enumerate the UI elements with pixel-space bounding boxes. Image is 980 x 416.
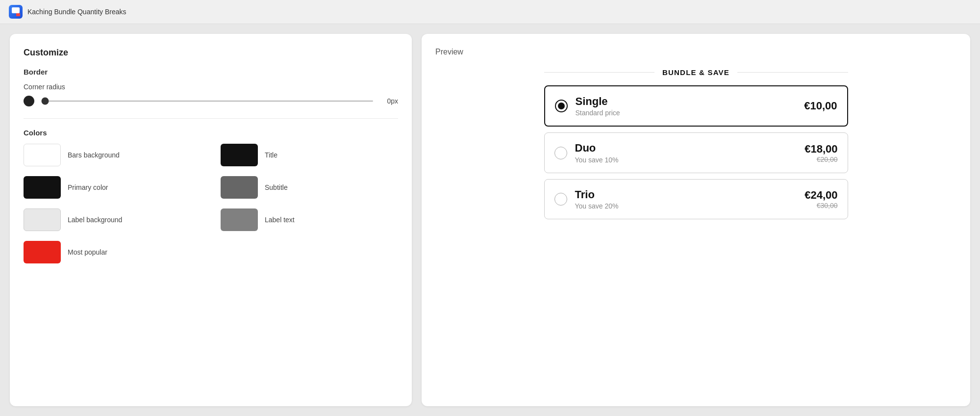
most-popular-label: Most popular [68, 248, 107, 256]
option-name-duo: Duo [575, 142, 797, 155]
colors-section-title: Colors [24, 129, 398, 137]
label-text-label: Label text [265, 216, 295, 224]
preview-panel: Preview BUNDLE & SAVE Single Standard pr… [422, 34, 970, 406]
option-original-price-duo: €20,00 [804, 156, 837, 163]
label-background-swatch[interactable] [24, 208, 61, 231]
app-icon [9, 5, 23, 19]
customize-panel: Customize Border Corner radius 0px Color… [10, 34, 412, 406]
label-background-label: Label background [68, 216, 122, 224]
subtitle-color-label: Subtitle [265, 183, 288, 191]
app-title: Kaching Bundle Quantity Breaks [27, 8, 126, 16]
title-color-swatch[interactable] [221, 144, 258, 166]
color-item-label-text: Label text [221, 208, 398, 231]
border-section: Border Corner radius 0px [24, 68, 398, 106]
titlebar: Kaching Bundle Quantity Breaks [0, 0, 980, 24]
subtitle-color-swatch[interactable] [221, 176, 258, 199]
option-price-duo: €18,00 [804, 143, 837, 155]
corner-radius-slider[interactable] [41, 101, 374, 102]
primary-color-swatch[interactable] [24, 176, 61, 199]
color-item-label-background: Label background [24, 208, 201, 231]
option-pricing-duo: €18,00 €20,00 [804, 143, 837, 163]
corner-radius-label: Corner radius [24, 83, 398, 91]
color-grid: Bars background Primary color Label back… [24, 144, 398, 263]
option-pricing-trio: €24,00 €30,00 [804, 189, 837, 209]
color-item-primary-color: Primary color [24, 176, 201, 199]
option-subtitle-duo: You save 10% [575, 156, 797, 164]
color-column-left: Bars background Primary color Label back… [24, 144, 201, 263]
radio-trio [554, 193, 567, 206]
option-name-trio: Trio [575, 188, 797, 201]
bundle-option-single[interactable]: Single Standard price €10,00 [544, 85, 848, 127]
option-pricing-single: €10,00 [804, 100, 837, 112]
color-item-subtitle: Subtitle [221, 176, 398, 199]
option-price-single: €10,00 [804, 100, 837, 112]
option-subtitle-trio: You save 20% [575, 202, 797, 210]
option-subtitle-single: Standard price [576, 109, 797, 117]
primary-color-label: Primary color [68, 183, 108, 191]
bars-background-label: Bars background [68, 151, 120, 159]
color-item-title: Title [221, 144, 398, 166]
most-popular-swatch[interactable] [24, 241, 61, 263]
divider-1 [24, 118, 398, 119]
border-section-title: Border [24, 68, 398, 76]
bundle-option-trio[interactable]: Trio You save 20% €24,00 €30,00 [544, 179, 848, 219]
bars-background-swatch[interactable] [24, 144, 61, 166]
radio-single [555, 100, 568, 112]
corner-radius-slider-row: 0px [24, 96, 398, 106]
colors-section: Colors Bars background Primary color Lab [24, 129, 398, 263]
option-price-trio: €24,00 [804, 189, 837, 201]
slider-thumb [24, 96, 34, 106]
option-info-single: Single Standard price [576, 95, 797, 117]
customize-panel-title: Customize [24, 48, 398, 58]
main-content: Customize Border Corner radius 0px Color… [0, 24, 980, 416]
bundle-widget: BUNDLE & SAVE Single Standard price €10,… [544, 68, 848, 219]
radio-inner-single [558, 103, 565, 109]
bundle-header-line-left [544, 72, 655, 73]
option-original-price-trio: €30,00 [804, 202, 837, 209]
color-column-right: Title Subtitle Label text [221, 144, 398, 263]
option-info-trio: Trio You save 20% [575, 188, 797, 210]
title-color-label: Title [265, 151, 277, 159]
bundle-option-duo[interactable]: Duo You save 10% €18,00 €20,00 [544, 132, 848, 173]
color-item-bars-background: Bars background [24, 144, 201, 166]
bundle-header-text: BUNDLE & SAVE [654, 68, 737, 77]
option-info-duo: Duo You save 10% [575, 142, 797, 163]
option-name-single: Single [576, 95, 797, 108]
color-item-most-popular: Most popular [24, 241, 201, 263]
label-text-swatch[interactable] [221, 208, 258, 231]
slider-value: 0px [380, 97, 398, 105]
radio-duo [554, 147, 567, 159]
preview-title: Preview [435, 48, 956, 56]
bundle-header-line-right [737, 72, 848, 73]
bundle-header: BUNDLE & SAVE [544, 68, 848, 77]
